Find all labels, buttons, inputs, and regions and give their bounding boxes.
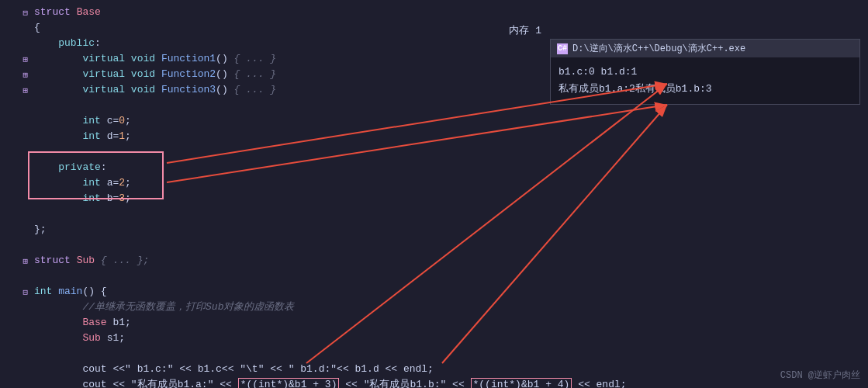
line-content: virtual void Function3() { ... } <box>34 82 276 98</box>
expand-icon[interactable]: ⊞ <box>22 70 28 80</box>
editor-line: private: <box>0 160 652 175</box>
editor-line: Sub s1; <box>0 331 652 346</box>
line-content: Base b1; <box>34 315 131 331</box>
console-line-2: 私有成员b1.a:2私有成员b1.b:3 <box>558 81 852 98</box>
memory-label: 内存 1 <box>504 22 546 39</box>
console-content: b1.c:0 b1.d:1 私有成员b1.a:2私有成员b1.b:3 <box>551 57 859 104</box>
editor-line <box>0 144 652 160</box>
editor-line: cout <<" b1.c:" << b1.c<< "\t" << " b1.d… <box>0 362 652 377</box>
editor-line: ⊟struct Base <box>0 5 652 20</box>
editor-line: Base b1; <box>0 315 652 331</box>
line-content: int main() { <box>34 284 107 300</box>
line-gutter: ⊞ <box>6 85 28 95</box>
editor-line: int c=0; <box>0 113 652 129</box>
editor-line: cout << "私有成员b1.a:" << *((int*)&b1 + 3) … <box>0 377 652 388</box>
editor-line: int b=3; <box>0 191 652 206</box>
inline-expression: *((int*)&b1 + 3) <box>238 378 340 388</box>
line-content: virtual void Function2() { ... } <box>34 67 276 82</box>
line-content: cout <<" b1.c:" << b1.c<< "\t" << " b1.d… <box>34 362 434 377</box>
expand-icon[interactable]: ⊞ <box>22 85 28 95</box>
console-panel: C# D:\逆向\滴水C++\Debug\滴水C++.exe b1.c:0 b1… <box>550 39 860 105</box>
line-content: int d=1; <box>34 129 131 144</box>
editor-line <box>0 268 652 284</box>
line-gutter: ⊟ <box>6 8 28 18</box>
editor-line: ⊞struct Sub { ... }; <box>0 253 652 268</box>
line-content: }; <box>34 222 47 237</box>
editor-line <box>0 237 652 253</box>
inline-expression: *((int*)&b1 + 4) <box>471 378 572 388</box>
watermark: CSDN @逆虾户肉丝 <box>780 369 860 382</box>
line-content: cout << "私有成员b1.a:" << *((int*)&b1 + 3) … <box>34 377 627 388</box>
editor-line: //单继承无函数覆盖，打印Sub对象的虚函数表 <box>0 300 652 315</box>
line-gutter: ⊟ <box>6 287 28 297</box>
line-content: { <box>34 20 40 36</box>
line-gutter: ⊞ <box>6 256 28 266</box>
editor-line <box>0 206 652 222</box>
expand-icon[interactable]: ⊟ <box>22 8 28 18</box>
line-content: struct Base <box>34 5 101 20</box>
editor-line: ⊟int main() { <box>0 284 652 300</box>
line-content: int c=0; <box>34 113 131 129</box>
line-content: //单继承无函数覆盖，打印Sub对象的虚函数表 <box>34 300 294 315</box>
console-title-bar: C# D:\逆向\滴水C++\Debug\滴水C++.exe <box>551 40 859 57</box>
editor-line: int d=1; <box>0 129 652 144</box>
line-content: int a=2; <box>34 175 131 191</box>
editor-line <box>0 346 652 362</box>
line-content: int b=3; <box>34 191 131 206</box>
line-content: struct Sub { ... }; <box>34 253 149 268</box>
expand-icon[interactable]: ⊞ <box>22 54 28 64</box>
line-content: private: <box>34 160 107 175</box>
editor-line: }; <box>0 222 652 237</box>
line-content: virtual void Function1() { ... } <box>34 51 276 67</box>
expand-icon[interactable]: ⊟ <box>22 287 28 297</box>
editor-line: int a=2; <box>0 175 652 191</box>
console-line-1: b1.c:0 b1.d:1 <box>558 64 852 81</box>
line-content: Sub s1; <box>34 331 125 346</box>
line-content: public: <box>34 36 101 51</box>
console-icon: C# <box>557 43 568 54</box>
line-gutter: ⊞ <box>6 54 28 64</box>
expand-icon[interactable]: ⊞ <box>22 256 28 266</box>
line-gutter: ⊞ <box>6 70 28 80</box>
editor-line: { <box>0 20 652 36</box>
console-title: D:\逆向\滴水C++\Debug\滴水C++.exe <box>572 42 745 55</box>
